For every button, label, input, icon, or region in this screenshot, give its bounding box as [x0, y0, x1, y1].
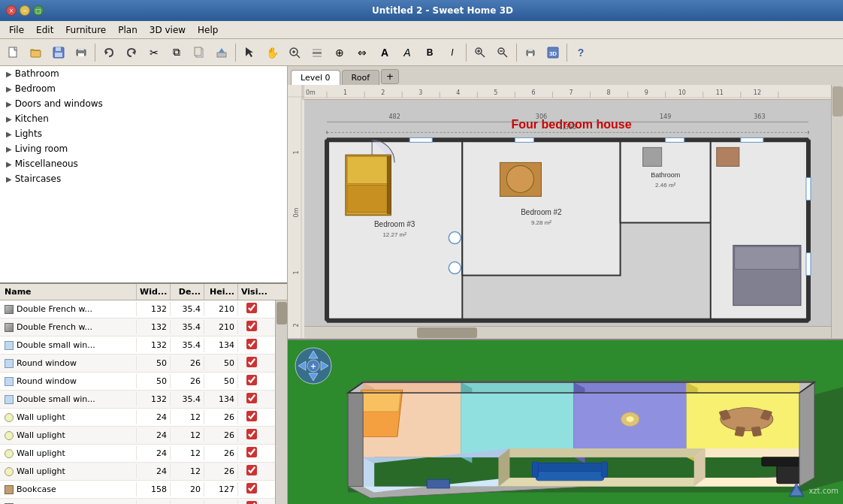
text-size-button[interactable]: A [374, 42, 395, 63]
table-row[interactable]: Double French w... 132 35.4 210 [0, 300, 275, 318]
menu-help[interactable]: Help [192, 23, 224, 37]
visible-checkbox[interactable] [246, 465, 257, 475]
visible-checkbox[interactable] [246, 429, 257, 439]
navigation-widget[interactable]: + [294, 346, 333, 385]
table-row[interactable]: Double French w... 132 35.4 210 [0, 318, 275, 337]
furniture-visible[interactable] [238, 481, 264, 498]
furniture-visible[interactable] [238, 373, 264, 390]
import-button[interactable] [211, 42, 232, 63]
visible-checkbox[interactable] [246, 447, 257, 457]
furniture-visible[interactable] [238, 318, 264, 336]
category-doors-windows[interactable]: ▶ Doors and windows [0, 96, 287, 111]
window-controls[interactable]: × − □ [6, 5, 44, 16]
visible-checkbox[interactable] [246, 483, 257, 493]
furniture-depth: 35.4 [171, 320, 204, 334]
furniture-visible[interactable] [238, 427, 264, 444]
furniture-visible[interactable] [238, 391, 264, 408]
table-row[interactable]: Bookcase 158 20 127 [0, 481, 275, 499]
visible-checkbox[interactable] [246, 501, 257, 504]
table-scrollbar[interactable] [275, 300, 287, 504]
maximize-button[interactable]: □ [33, 5, 44, 16]
print-scan-button[interactable] [71, 42, 92, 63]
move-furniture-button[interactable]: ⊕ [329, 42, 350, 63]
menu-3dview[interactable]: 3D view [144, 23, 192, 37]
plan-vscroll[interactable] [831, 85, 843, 338]
furniture-visible[interactable] [238, 445, 264, 462]
furniture-name-label: Wall uplight [17, 412, 65, 422]
zoom-win-button[interactable] [284, 42, 305, 63]
svg-text:9.28 m²: 9.28 m² [531, 220, 551, 227]
cut-button[interactable]: ✂ [144, 42, 165, 63]
help-button[interactable]: ? [570, 42, 591, 63]
svg-marker-9 [132, 50, 135, 55]
svg-rect-115 [643, 147, 662, 166]
table-row[interactable]: Wall uplight 24 12 26 [0, 463, 275, 481]
undo-button[interactable] [98, 42, 119, 63]
visible-checkbox[interactable] [246, 339, 257, 349]
resize-furniture-button[interactable]: ⇔ [352, 42, 373, 63]
furniture-visible[interactable] [238, 409, 264, 426]
table-row[interactable]: Double small win... 132 35.4 134 [0, 337, 275, 355]
table-row[interactable]: Round window 50 26 50 [0, 373, 275, 391]
menu-file[interactable]: File [3, 23, 30, 37]
visible-checkbox[interactable] [246, 411, 257, 421]
plan-hscroll[interactable] [304, 326, 831, 338]
paste-button[interactable] [189, 42, 210, 63]
svg-marker-13 [219, 48, 225, 53]
furniture-visible[interactable] [238, 355, 264, 372]
text-slant-button[interactable]: A [397, 42, 418, 63]
table-row[interactable]: Wall uplight 24 12 26 [0, 427, 275, 445]
visible-checkbox[interactable] [246, 357, 257, 367]
close-button[interactable]: × [6, 5, 17, 16]
furniture-visible[interactable] [238, 337, 264, 354]
select-button[interactable] [239, 42, 260, 63]
text-bold-button[interactable]: B [419, 42, 440, 63]
tab-level0[interactable]: Level 0 [291, 70, 340, 85]
table-row[interactable]: Round window 50 26 50 [0, 355, 275, 373]
draw-wall-button[interactable] [307, 42, 328, 63]
copy-button[interactable]: ⧉ [166, 42, 187, 63]
category-bathroom[interactable]: ▶ Bathroom [0, 66, 287, 81]
open-button[interactable] [26, 42, 47, 63]
menu-furniture[interactable]: Furniture [59, 23, 112, 37]
furniture-visible[interactable] [238, 499, 264, 504]
zoom-in-button[interactable] [470, 42, 491, 63]
furniture-width: 50 [137, 356, 171, 370]
redo-button[interactable] [121, 42, 142, 63]
svg-rect-31 [528, 53, 533, 56]
text-italic-button[interactable]: I [442, 42, 463, 63]
category-kitchen[interactable]: ▶ Kitchen [0, 111, 287, 126]
category-living-room[interactable]: ▶ Living room [0, 141, 287, 156]
add-level-button[interactable]: + [381, 69, 399, 84]
new-button[interactable] [3, 42, 24, 63]
pan-button[interactable]: ✋ [261, 42, 283, 63]
table-row[interactable]: Wall uplight 24 12 26 [0, 445, 275, 463]
table-row[interactable]: Double French w... 132 35.4 210 [0, 499, 275, 504]
menu-plan[interactable]: Plan [112, 23, 144, 37]
visible-checkbox[interactable] [246, 303, 257, 313]
category-miscellaneous[interactable]: ▶ Miscellaneous [0, 156, 287, 171]
furniture-visible[interactable] [238, 300, 264, 318]
plan-canvas[interactable]: 0m 1 2 3 4 5 6 7 [288, 85, 843, 338]
save-button[interactable] [48, 42, 69, 63]
table-row[interactable]: Wall uplight 24 12 26 [0, 409, 275, 427]
table-row[interactable]: Double small win... 132 35.4 134 [0, 391, 275, 409]
tab-roof[interactable]: Roof [342, 70, 379, 85]
visible-checkbox[interactable] [246, 375, 257, 385]
svg-text:Bedroom #2: Bedroom #2 [521, 208, 562, 216]
category-lights[interactable]: ▶ Lights [0, 126, 287, 141]
zoom-out-button[interactable] [492, 42, 513, 63]
minimize-button[interactable]: − [20, 5, 30, 16]
category-bedroom[interactable]: ▶ Bedroom [0, 81, 287, 96]
furniture-visible[interactable] [238, 463, 264, 480]
floor-plan-panel: Level 0 Roof + [288, 66, 843, 340]
visible-checkbox[interactable] [246, 321, 257, 331]
table-header: Name Wid... De... Hei... Visi... [0, 284, 287, 300]
3d-view-button[interactable]: 3D [542, 42, 564, 63]
menu-edit[interactable]: Edit [30, 23, 59, 37]
category-staircases[interactable]: ▶ Staircases [0, 171, 287, 186]
svg-rect-103 [666, 137, 684, 142]
svg-marker-134 [687, 382, 799, 393]
print-button[interactable] [520, 42, 541, 63]
visible-checkbox[interactable] [246, 393, 257, 403]
